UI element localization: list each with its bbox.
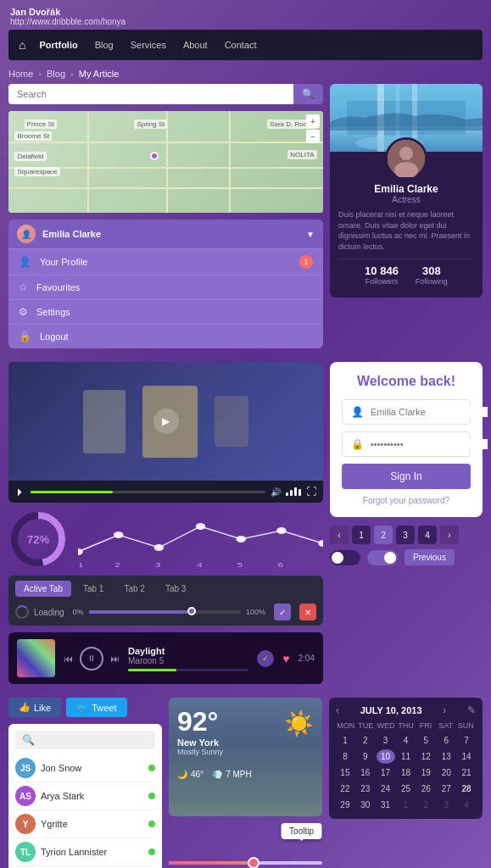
menu-item-settings[interactable]: ⚙ Settings (8, 299, 323, 324)
cal-day[interactable]: 11 (397, 749, 416, 764)
cal-day[interactable]: 13 (437, 749, 455, 764)
cal-day[interactable]: 6 (437, 733, 455, 748)
cal-day[interactable]: 2 (356, 733, 375, 748)
music-next-icon[interactable]: ⏭ (110, 654, 120, 664)
menu-item-profile[interactable]: 👤 Your Profile 1 (8, 248, 323, 275)
tab-2[interactable]: Tab 2 (115, 581, 153, 597)
profile-menu-icon: 👤 (19, 256, 31, 268)
line-chart: 1 2 3 4 5 6 (78, 509, 323, 569)
user-row-ygritte: Y Ygritte (15, 810, 155, 838)
nav-item-blog[interactable]: Blog (95, 40, 114, 50)
page-next-btn[interactable]: › (440, 526, 459, 544)
cal-day-other[interactable]: 3 (437, 798, 455, 812)
cal-day[interactable]: 16 (356, 765, 375, 780)
cal-day-other[interactable]: 2 (416, 798, 435, 812)
page-4[interactable]: 4 (418, 526, 437, 544)
cal-day[interactable]: 31 (377, 798, 395, 812)
search-button[interactable]: 🔍 (293, 84, 323, 104)
tab-3[interactable]: Tab 3 (157, 581, 194, 597)
cal-day[interactable]: 24 (377, 782, 395, 796)
cal-day-other[interactable]: 4 (457, 798, 476, 812)
forgot-password-link[interactable]: Forgot your password? (342, 496, 471, 505)
progress-thumb[interactable] (187, 607, 196, 615)
cal-day[interactable]: 27 (437, 782, 455, 796)
map-pin (150, 152, 159, 160)
cal-day[interactable]: 19 (416, 765, 435, 780)
cal-day[interactable]: 17 (377, 765, 395, 780)
nav-item-services[interactable]: Services (131, 40, 166, 50)
music-heart-icon[interactable]: ♥ (282, 652, 289, 665)
loading-label: Loading (34, 608, 64, 617)
like-button[interactable]: 👍 Like (8, 698, 61, 717)
cal-day[interactable]: 7 (457, 733, 476, 748)
video-progress-bar[interactable] (31, 491, 265, 493)
page-1[interactable]: 1 (352, 526, 371, 544)
cal-day[interactable]: 21 (457, 765, 476, 780)
cal-day[interactable]: 14 (457, 749, 476, 764)
nav-item-about[interactable]: About (183, 40, 208, 50)
cal-day[interactable]: 22 (336, 782, 354, 796)
music-progress-bar[interactable] (128, 669, 248, 671)
tab-active[interactable]: Active Tab (15, 581, 71, 597)
cal-day[interactable]: 29 (336, 798, 354, 812)
previous-button[interactable]: Previous (405, 549, 455, 565)
cal-day[interactable]: 28 (457, 782, 476, 796)
check-button[interactable]: ✓ (274, 604, 291, 620)
music-prev-icon[interactable]: ⏮ (64, 654, 73, 664)
music-pause-button[interactable]: ⏸ (80, 647, 103, 670)
cal-day[interactable]: 4 (397, 733, 416, 748)
page-3[interactable]: 3 (396, 526, 415, 544)
tab-1[interactable]: Tab 1 (75, 581, 112, 597)
cal-day[interactable]: 18 (397, 765, 416, 780)
users-search-input[interactable] (38, 736, 148, 745)
page-prev-btn[interactable]: ‹ (330, 526, 349, 544)
cal-day[interactable]: 30 (356, 798, 375, 812)
calendar-edit-icon[interactable]: ✎ (467, 704, 476, 716)
toggle-2[interactable] (367, 550, 398, 565)
breadcrumb-home[interactable]: Home (8, 69, 33, 79)
password-input[interactable] (371, 439, 488, 449)
cal-day[interactable]: 8 (336, 749, 354, 764)
tweet-button[interactable]: 🐦 Tweet (66, 698, 126, 717)
sign-in-button[interactable]: Sign In (342, 464, 471, 489)
menu-item-favourites[interactable]: ☆ Favourites (8, 275, 323, 299)
video-play-btn[interactable]: ⏵ (15, 486, 25, 498)
cal-day[interactable]: 5 (416, 733, 435, 748)
cal-day[interactable]: 15 (336, 765, 354, 780)
search-input[interactable] (8, 84, 293, 104)
cal-day-other[interactable]: 1 (397, 798, 416, 812)
cal-day[interactable]: 12 (416, 749, 435, 764)
cal-day[interactable]: 23 (356, 782, 375, 796)
calendar-next-btn[interactable]: › (443, 704, 446, 716)
nav-item-portfolio[interactable]: Portfolio (39, 40, 77, 50)
menu-item-logout[interactable]: 🔒 Logout (8, 324, 323, 348)
cal-day[interactable]: 20 (437, 765, 455, 780)
cal-day[interactable]: 3 (377, 733, 395, 748)
progress-track[interactable] (89, 610, 241, 614)
home-icon[interactable]: ⌂ (19, 38, 25, 52)
map-zoom-in[interactable]: + (306, 114, 320, 128)
page-2[interactable]: 2 (374, 526, 393, 544)
range-thumb-1[interactable] (248, 857, 259, 868)
range-track-1[interactable] (169, 861, 322, 865)
fullscreen-icon[interactable]: ⛶ (306, 486, 316, 498)
breadcrumb-blog[interactable]: Blog (47, 69, 65, 79)
cancel-button[interactable]: ✕ (299, 604, 316, 620)
cal-day[interactable]: 25 (397, 782, 416, 796)
cal-day[interactable]: 9 (356, 749, 375, 764)
map-widget[interactable]: Prince St Spring St Broome St Delafield … (8, 111, 323, 213)
cal-day[interactable]: 26 (416, 782, 435, 796)
weather-details: 🌙 46° 💨 7 MPH (177, 770, 314, 779)
breadcrumb-sep1: › (38, 69, 42, 79)
username-input[interactable] (371, 407, 488, 417)
cal-day[interactable]: 1 (336, 733, 354, 748)
toggle-1[interactable] (330, 550, 360, 565)
map-label: Delafield (14, 152, 46, 161)
profile-header[interactable]: 👤 Emilia Clarke ▼ (8, 220, 323, 248)
cal-day-today[interactable]: 10 (377, 749, 395, 764)
calendar-prev-btn[interactable]: ‹ (336, 704, 339, 716)
map-zoom-out[interactable]: − (306, 130, 320, 143)
nav-item-contact[interactable]: Contact (225, 40, 257, 50)
volume-icon[interactable]: 🔊 (271, 487, 281, 497)
video-play-overlay[interactable]: ▶ (153, 409, 179, 434)
